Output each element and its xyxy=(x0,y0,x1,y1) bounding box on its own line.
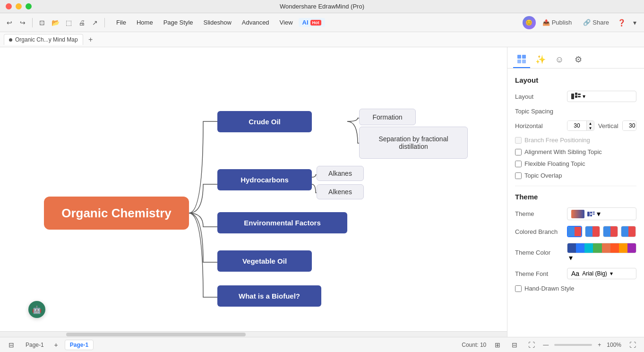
right-panel: ✨ ☺ ⚙ Layout Layout xyxy=(507,47,644,337)
page-style-menu[interactable]: Page Style xyxy=(159,17,198,28)
branch-option-4[interactable] xyxy=(621,226,636,237)
alkenes-node[interactable]: Alkenes xyxy=(317,184,364,199)
horizontal-value-input[interactable] xyxy=(567,121,586,130)
zoom-in-icon[interactable]: + xyxy=(598,342,601,348)
share-button[interactable]: 🔗 Share xyxy=(578,17,614,28)
chevron-down-icon[interactable]: ▾ xyxy=(629,17,640,28)
emoji-tab[interactable]: ☺ xyxy=(551,51,568,68)
horizontal-up-arrow[interactable]: ▲ xyxy=(586,121,594,126)
layout-label: Layout xyxy=(515,93,567,100)
zoom-out-icon[interactable]: — xyxy=(543,342,549,348)
maximize-button[interactable] xyxy=(26,3,32,9)
central-node-label: Organic Chemistry xyxy=(61,206,172,221)
fit-page-icon[interactable]: ⛶ xyxy=(627,339,638,351)
close-button[interactable] xyxy=(6,3,12,9)
publish-button[interactable]: 📤 Publish xyxy=(538,17,577,28)
central-node[interactable]: Organic Chemistry xyxy=(44,197,189,230)
hand-drawn-checkbox[interactable] xyxy=(515,285,522,292)
minimize-button[interactable] xyxy=(16,3,22,9)
canvas[interactable]: Organic Chemistry Crude Oil Hydrocarbons… xyxy=(0,47,507,337)
topic-overlap-checkbox[interactable] xyxy=(515,172,522,179)
page-1-tab[interactable]: Page-1 xyxy=(21,340,49,350)
environmental-factors-node[interactable]: Environmental Factors xyxy=(217,212,347,233)
vegetable-oil-node[interactable]: Vegetable Oil xyxy=(217,250,312,272)
svg-rect-9 xyxy=(587,212,590,216)
add-tab-button[interactable]: + xyxy=(85,34,96,45)
color-dropdown-arrow[interactable]: ▾ xyxy=(569,254,573,262)
formation-node[interactable]: Formation xyxy=(359,109,416,125)
save-icon[interactable]: ⬚ xyxy=(63,17,74,28)
right-menu: 😊 📤 Publish 🔗 Share ❓ ▾ xyxy=(523,16,640,29)
font-dropdown[interactable]: Aa Arial (Big) ▾ xyxy=(567,268,636,279)
zoom-slider[interactable] xyxy=(554,344,592,346)
branch-option-3[interactable] xyxy=(603,226,618,237)
status-right: Count: 10 ⊞ ⊟ ⛶ — + 100% ⛶ xyxy=(462,339,638,351)
theme-label: Theme xyxy=(515,210,567,217)
settings-tab[interactable]: ⚙ xyxy=(570,51,587,68)
alignment-label: Alignment With Sibling Topic xyxy=(524,148,602,155)
horizontal-input[interactable]: ▲ ▼ xyxy=(567,120,594,131)
sparkle-tab[interactable]: ✨ xyxy=(532,51,549,68)
slideshow-menu[interactable]: Slideshow xyxy=(199,17,236,28)
toggle-sidebar-icon[interactable]: ⊟ xyxy=(6,339,17,351)
layout-dropdown[interactable]: ▾ xyxy=(567,91,636,102)
svg-rect-13 xyxy=(592,214,595,215)
horizontal-down-arrow[interactable]: ▼ xyxy=(586,126,594,130)
new-icon[interactable]: ⊡ xyxy=(36,17,48,28)
scrollbar-thumb[interactable] xyxy=(66,333,246,336)
crude-oil-node[interactable]: Crude Oil xyxy=(217,111,312,132)
toolbar-icons: ↩ ↪ ⊡ 📂 ⬚ 🖨 ↗ xyxy=(4,17,107,28)
home-menu[interactable]: Home xyxy=(132,17,158,28)
view-menu[interactable]: View xyxy=(275,17,298,28)
user-avatar[interactable]: 😊 xyxy=(523,16,536,29)
vertical-value-input[interactable] xyxy=(623,121,636,130)
hot-tag: Hot xyxy=(310,20,321,26)
advanced-menu[interactable]: Advanced xyxy=(237,17,274,28)
branch-option-1[interactable] xyxy=(567,226,582,237)
share-icon: 🔗 xyxy=(583,19,591,26)
theme-font-label: Theme Font xyxy=(515,270,567,277)
horizontal-arrows: ▲ ▼ xyxy=(586,121,594,130)
svg-rect-10 xyxy=(590,212,592,214)
export-icon[interactable]: ↗ xyxy=(89,17,101,28)
file-menu[interactable]: File xyxy=(112,17,131,28)
alignment-checkbox[interactable] xyxy=(515,149,522,155)
biofuel-node[interactable]: What is a Biofuel? xyxy=(217,285,321,307)
print-icon[interactable]: 🖨 xyxy=(76,17,87,28)
hydrocarbons-node[interactable]: Hydrocarbons xyxy=(217,169,312,190)
horizontal-scrollbar[interactable] xyxy=(0,331,507,337)
branch-free-label: Branch Free Positioning xyxy=(524,137,590,144)
theme-color-strip[interactable] xyxy=(567,243,636,253)
ai-assistant-icon: 🤖 xyxy=(32,305,42,314)
separator2 xyxy=(104,18,105,27)
document-tab[interactable]: Organic Ch...y Mind Map xyxy=(4,34,83,45)
branch-option-2[interactable] xyxy=(585,226,600,237)
active-page-label: Page-1 xyxy=(70,342,88,348)
vertical-label: Vertical xyxy=(598,122,618,129)
theme-dropdown[interactable]: ▾ xyxy=(567,207,636,220)
main-content: Organic Chemistry Crude Oil Hydrocarbons… xyxy=(0,47,644,337)
active-page-tab[interactable]: Page-1 xyxy=(65,340,94,350)
help-icon[interactable]: ❓ xyxy=(616,17,627,28)
page-1-tab-label: Page-1 xyxy=(26,342,44,348)
redo-icon[interactable]: ↪ xyxy=(17,17,28,28)
branch-free-checkbox[interactable] xyxy=(515,137,522,144)
vertical-input[interactable]: ▲ ▼ xyxy=(622,120,636,131)
theme-row: Theme ▾ xyxy=(515,207,636,220)
flexible-floating-checkbox[interactable] xyxy=(515,161,522,167)
view-mode-icon-2[interactable]: ⊟ xyxy=(509,339,520,351)
avatar-icon: 😊 xyxy=(525,19,532,26)
ai-menu[interactable]: AI Hot xyxy=(299,18,325,27)
undo-icon[interactable]: ↩ xyxy=(4,17,15,28)
view-mode-icon-1[interactable]: ⊞ xyxy=(492,339,503,351)
ai-assistant-button[interactable]: 🤖 xyxy=(28,301,45,318)
svg-rect-8 xyxy=(578,96,581,97)
fullscreen-icon[interactable]: ⛶ xyxy=(526,339,537,351)
flexible-floating-row: Flexible Floating Topic xyxy=(515,160,636,167)
separation-node[interactable]: Separation by fractional distillation xyxy=(359,127,468,159)
tab-bar: Organic Ch...y Mind Map + xyxy=(0,32,644,47)
layout-tab[interactable] xyxy=(513,51,530,68)
alkanes-node[interactable]: Alkanes xyxy=(317,166,364,181)
add-page-button[interactable]: + xyxy=(51,339,62,351)
open-icon[interactable]: 📂 xyxy=(50,17,61,28)
